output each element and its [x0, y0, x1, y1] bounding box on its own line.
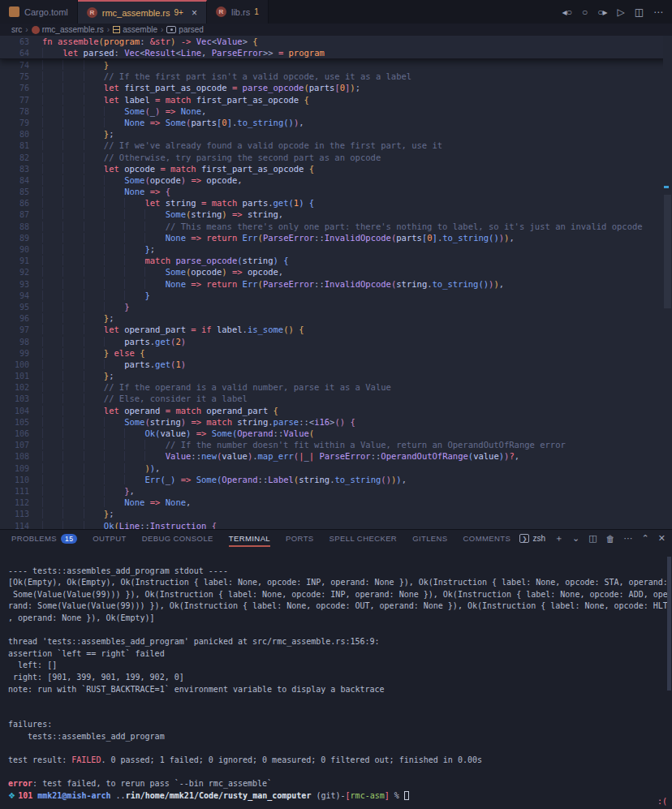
- tab-Cargo.toml[interactable]: Cargo.toml: [0, 0, 78, 24]
- exit-status-face: :(: [657, 797, 667, 806]
- split-editor-icon[interactable]: ◫: [635, 6, 643, 18]
- code-token: >>: [263, 48, 278, 58]
- breadcrumb-item-assemble[interactable]: assemble: [113, 25, 157, 34]
- terminal-line: right: [901, 399, 901, 199, 902, 0]: [8, 672, 672, 684]
- panel-tab-spell-checker[interactable]: SPELL CHECKER: [330, 530, 398, 548]
- line-number: 90: [0, 244, 29, 256]
- code-token: [42, 337, 124, 346]
- tab-lib.rs[interactable]: Rlib.rs1: [207, 0, 269, 24]
- code-token: Line: [181, 48, 201, 58]
- code-token: string: [150, 417, 181, 427]
- code-token: [42, 244, 144, 254]
- panel-tab-ports[interactable]: PORTS: [286, 530, 314, 548]
- panel-tab-problems[interactable]: PROBLEMS15: [11, 530, 77, 548]
- code-token: [42, 222, 166, 231]
- code-token: // If the number doesn't fit within a Va…: [166, 440, 566, 450]
- panel-tab-output[interactable]: OUTPUT: [93, 530, 126, 548]
- panel-tab-debug-console[interactable]: DEBUG CONSOLE: [142, 530, 213, 548]
- code-token: {: [283, 256, 288, 265]
- code-line: 108 Value::new(value).map_err(|_| ParseE…: [0, 450, 672, 462]
- code-token: opcode: [206, 175, 237, 185]
- split-terminal-icon[interactable]: ◫: [588, 533, 597, 544]
- code-token: }: [104, 60, 109, 70]
- code-token: =>: [191, 417, 201, 427]
- terminal-token: ❖: [8, 791, 18, 800]
- code-token: [42, 118, 124, 127]
- breadcrumb-item-rmc_assemble.rs[interactable]: rmc_assemble.rs: [32, 25, 104, 34]
- scrollbar-thumb[interactable]: [664, 195, 671, 308]
- run-debug-icon[interactable]: ▷: [617, 6, 623, 18]
- code-token: ::: [314, 279, 325, 289]
- terminal-line: ---- tests::assembles_add_program stdout…: [8, 566, 672, 578]
- panel-tab-label: SPELL CHECKER: [330, 534, 398, 543]
- code-token: {: [140, 348, 144, 358]
- code-line: 86 let string = match parts.get(1) {: [0, 197, 672, 209]
- launch-profile-chevron-icon[interactable]: ⌄: [572, 533, 579, 544]
- code-token: [42, 71, 104, 81]
- close-icon[interactable]: ×: [192, 7, 197, 19]
- code-token: // If we've already found a valid opcode…: [104, 140, 442, 150]
- close-panel-icon[interactable]: ✕: [658, 533, 666, 544]
- code-token: [42, 417, 124, 427]
- terminal-line: test result: FAILED. 0 passed; 1 failed;…: [8, 755, 672, 767]
- terminal-line: ❖ 101 mmk21@mish-arch ..rin/home/mmk21/C…: [8, 790, 672, 803]
- terminal-scrollbar[interactable]: [667, 557, 671, 691]
- code-line: 81 // If we've already found a valid opc…: [0, 140, 672, 151]
- panel-tab-gitlens[interactable]: GITLENS: [412, 530, 447, 548]
- code-token: // This means there's only one part: the…: [166, 222, 643, 231]
- code-token: parts: [309, 83, 335, 93]
- code-line: 113 };: [0, 508, 672, 519]
- code-token: {: [274, 406, 278, 415]
- terminal-instance[interactable]: ❯ zsh: [519, 534, 545, 543]
- compare-changes-icon[interactable]: ◂○: [562, 6, 571, 18]
- maximize-panel-icon[interactable]: ⌃: [642, 533, 649, 544]
- code-token: ::: [191, 451, 201, 461]
- more-actions-icon[interactable]: ⋯: [653, 6, 662, 18]
- code-token: value: [160, 428, 186, 438]
- overview-ruler-marker: [664, 186, 669, 188]
- terminal-token: assertion `left == right` failed: [8, 649, 165, 658]
- code-token: [42, 440, 166, 450]
- panel-tab-terminal[interactable]: TERMINAL: [229, 530, 270, 548]
- line-number: 74: [0, 60, 29, 71]
- code-token: =>: [232, 267, 243, 277]
- new-terminal-icon[interactable]: ＋: [554, 532, 563, 544]
- tab-dirty-badge: 1: [254, 7, 259, 16]
- line-number: 105: [0, 417, 29, 428]
- code-line: 93 None => return Err(ParseError::Invali…: [0, 278, 672, 290]
- code-token: =>: [232, 209, 243, 219]
- line-number: 107: [0, 440, 29, 451]
- rust-icon: R: [87, 7, 97, 18]
- terminal[interactable]: ---- tests::assembles_add_program stdout…: [0, 547, 672, 809]
- editor-scrollbar[interactable]: [663, 36, 672, 529]
- code-editor[interactable]: 63fn assemble(program: &str) -> Vec<Valu…: [0, 36, 672, 529]
- kill-terminal-icon[interactable]: 🗑: [606, 534, 615, 544]
- terminal-more-actions-icon[interactable]: ⋯: [624, 533, 633, 544]
- code-line: 88 // This means there's only one part: …: [0, 221, 672, 232]
- code-token: ;: [355, 83, 360, 93]
- code-token: OperandOutOfRange: [381, 451, 467, 461]
- line-number: 84: [0, 175, 29, 187]
- line-number: 95: [0, 302, 29, 313]
- code-token: ,: [509, 233, 514, 243]
- previous-change-icon[interactable]: ○: [582, 6, 587, 18]
- code-token: ,: [237, 175, 242, 185]
- line-number: 110: [0, 475, 29, 486]
- line-number: 104: [0, 406, 29, 417]
- code-token: ParseError: [263, 233, 314, 243]
- next-change-icon[interactable]: ○▸: [597, 6, 606, 18]
- panel-tab-comments[interactable]: COMMENTS: [463, 530, 511, 548]
- code-lines: 74 }75 // If the first part isn't a vali…: [0, 59, 672, 529]
- code-token: ::: [140, 521, 150, 530]
- tab-rmc_assemble.rs[interactable]: Rrmc_assemble.rs9+×: [78, 0, 207, 24]
- code-token: =>: [191, 175, 201, 185]
- code-token: ,: [278, 209, 283, 219]
- line-number: 64: [0, 48, 29, 59]
- code-token: parse_opcode: [243, 83, 304, 93]
- code-token: [42, 486, 124, 496]
- breadcrumb-item-parsed[interactable]: parsed: [166, 25, 204, 34]
- breadcrumb-item-src[interactable]: src: [11, 25, 22, 34]
- code-token: [42, 233, 166, 243]
- fieldic-icon: [166, 26, 176, 33]
- code-token: match: [206, 417, 237, 427]
